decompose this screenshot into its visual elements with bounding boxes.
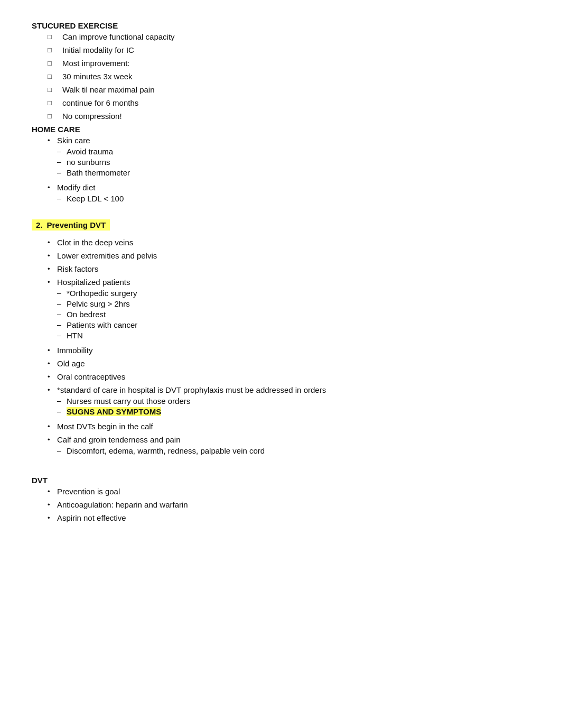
dash-icon: – <box>57 331 67 339</box>
bullet-icon: • <box>48 514 57 522</box>
dash-icon: – <box>57 168 67 177</box>
list-item: – Bath thermometer <box>57 168 130 177</box>
item-text: Most DVTs begin in the calf <box>57 422 153 431</box>
list-item: – no sunburns <box>57 158 130 167</box>
item-text: Risk factors <box>57 264 98 273</box>
item-text: Walk til near maximal pain <box>62 85 155 94</box>
item-text: Nurses must carry out those orders <box>67 397 190 406</box>
bullet-icon: □ <box>48 59 62 67</box>
item-text: Most improvement: <box>62 59 130 68</box>
item-text: Prevention is goal <box>57 487 120 496</box>
preventing-dvt-title: Preventing DVT <box>47 220 106 229</box>
list-item: – SUGNS AND SYMPTOMS <box>57 407 326 416</box>
preventing-dvt-header: 2. Preventing DVT <box>32 219 110 231</box>
bullet-icon: • <box>48 238 57 246</box>
list-item: • Calf and groin tenderness and pain – D… <box>48 435 529 457</box>
bullet-icon: □ <box>48 46 62 54</box>
preventing-dvt-number: 2. <box>36 220 43 229</box>
dash-icon: – <box>57 446 67 455</box>
list-item: – Discomfort, edema, warmth, redness, pa… <box>57 446 265 455</box>
dash-icon: – <box>57 310 67 318</box>
list-item: □ 30 minutes 3x week <box>48 72 529 81</box>
dvt-list: • Prevention is goal • Anticoagulation: … <box>48 487 529 522</box>
item-text: *standard of care in hospital is DVT pro… <box>57 385 326 394</box>
item-text: continue for 6 months <box>62 98 138 107</box>
item-text: Can improve functional capacity <box>62 32 175 41</box>
list-item: • Hospitalized patients – *Orthopedic su… <box>48 278 529 342</box>
bullet-icon: □ <box>48 33 62 41</box>
item-text: 30 minutes 3x week <box>62 72 133 81</box>
dash-icon: – <box>57 158 67 166</box>
item-text: Lower extremities and pelvis <box>57 251 157 260</box>
list-item: □ No compression! <box>48 112 529 121</box>
list-item: – Pelvic surg > 2hrs <box>57 299 137 308</box>
list-item: • Aspirin not effective <box>48 513 529 522</box>
list-item: □ Most improvement: <box>48 59 529 68</box>
dvt-section: DVT • Prevention is goal • Anticoagulati… <box>32 476 529 522</box>
bullet-icon: • <box>48 487 57 495</box>
list-item: • Lower extremities and pelvis <box>48 251 529 260</box>
bullet-icon: □ <box>48 99 62 107</box>
item-text: HTN <box>67 331 83 340</box>
item-text: Clot in the deep veins <box>57 238 133 247</box>
bullet-icon: • <box>48 278 57 286</box>
bullet-icon: • <box>48 386 57 394</box>
standard-sub-list: – Nurses must carry out those orders – S… <box>57 397 326 416</box>
hospitalized-sub-list: – *Orthopedic surgery – Pelvic surg > 2h… <box>57 289 137 340</box>
bullet-icon: • <box>48 422 57 430</box>
bullet-icon: • <box>48 265 57 273</box>
list-item: • Old age <box>48 359 529 368</box>
dash-icon: – <box>57 299 67 308</box>
list-item: – On bedrest <box>57 310 137 319</box>
dash-icon: – <box>57 194 67 202</box>
skin-care-item: • Skin care – Avoid trauma – no sunburns… <box>48 136 529 179</box>
item-text: *Orthopedic surgery <box>67 289 137 298</box>
list-item: • *standard of care in hospital is DVT p… <box>48 385 529 418</box>
bullet-icon: • <box>48 436 57 444</box>
list-item: – *Orthopedic surgery <box>57 289 137 298</box>
list-item: □ continue for 6 months <box>48 98 529 107</box>
item-text: no sunburns <box>67 158 110 167</box>
structured-exercise-section: STUCURED EXERCISE □ Can improve function… <box>32 21 529 121</box>
bullet-icon: • <box>48 373 57 381</box>
item-text: Patients with cancer <box>67 320 137 329</box>
list-item: – Patients with cancer <box>57 320 137 329</box>
bullet-icon: • <box>48 183 57 191</box>
item-text: Keep LDL < 100 <box>67 194 124 203</box>
bullet-icon: • <box>48 136 57 144</box>
dvt-bullet-list: • Clot in the deep veins • Lower extremi… <box>48 238 529 457</box>
item-text: Immobility <box>57 346 93 355</box>
dash-icon: – <box>57 407 67 416</box>
item-text: Avoid trauma <box>67 147 113 156</box>
home-care-section: HOME CARE • Skin care – Avoid trauma – n… <box>32 125 529 205</box>
dash-icon: – <box>57 320 67 329</box>
list-item: • Risk factors <box>48 264 529 273</box>
signs-symptoms-highlight: SUGNS AND SYMPTOMS <box>67 407 161 416</box>
item-text: Initial modality for IC <box>62 45 134 54</box>
bullet-icon: □ <box>48 112 62 120</box>
bullet-icon: • <box>48 501 57 509</box>
home-care-list: • Skin care – Avoid trauma – no sunburns… <box>48 136 529 205</box>
item-text: No compression! <box>62 112 122 121</box>
bullet-icon: □ <box>48 72 62 80</box>
item-text: Bath thermometer <box>67 168 130 177</box>
dash-icon: – <box>57 289 67 297</box>
preventing-dvt-content: • Clot in the deep veins • Lower extremi… <box>32 238 529 457</box>
structured-exercise-title: STUCURED EXERCISE <box>32 21 529 30</box>
list-item: • Anticoagulation: heparin and warfarin <box>48 500 529 509</box>
bullet-icon: □ <box>48 86 62 94</box>
item-text: Anticoagulation: heparin and warfarin <box>57 500 188 509</box>
list-item: • Clot in the deep veins <box>48 238 529 247</box>
dash-icon: – <box>57 397 67 405</box>
item-text: Hospitalized patients <box>57 278 130 287</box>
item-text: On bedrest <box>67 310 106 319</box>
item-text: Oral contraceptives <box>57 372 125 381</box>
item-text: Pelvic surg > 2hrs <box>67 299 130 308</box>
bullet-icon: • <box>48 252 57 260</box>
calf-sub-list: – Discomfort, edema, warmth, redness, pa… <box>57 446 265 455</box>
list-item: – Avoid trauma <box>57 147 130 156</box>
list-item: □ Initial modality for IC <box>48 45 529 54</box>
home-care-title: HOME CARE <box>32 125 529 134</box>
list-item: – HTN <box>57 331 137 340</box>
list-item: – Nurses must carry out those orders <box>57 397 326 406</box>
